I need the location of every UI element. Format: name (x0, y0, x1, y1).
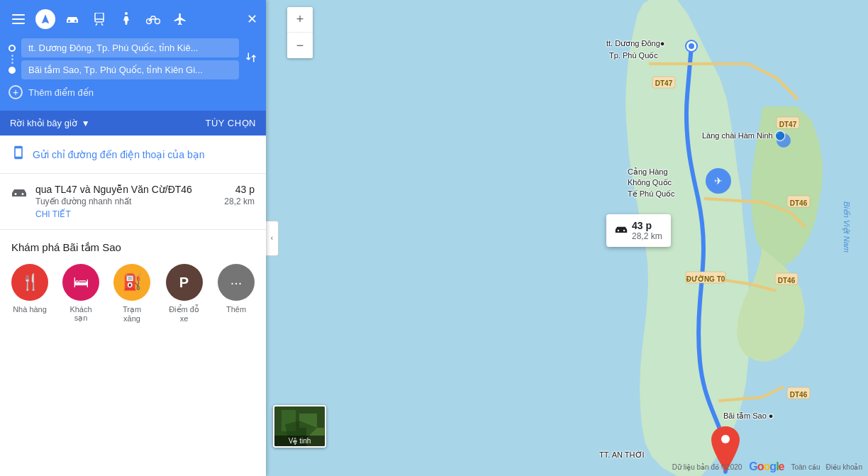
route-inputs: + Thêm điểm đến (0, 38, 266, 111)
satellite-bg: Vệ tinh (274, 406, 325, 446)
parking-label: Điểm đỗ xe (165, 305, 204, 323)
svg-text:Biển Việt Nam: Biển Việt Nam (842, 201, 851, 253)
svg-point-16 (777, 133, 791, 148)
close-button[interactable]: ✕ (247, 11, 257, 27)
route-distance: 28,2 km (224, 197, 255, 206)
origin-dot (9, 45, 16, 52)
route-car-icon (11, 185, 27, 201)
svg-text:✈: ✈ (714, 175, 723, 187)
svg-point-13 (721, 435, 730, 443)
route-divider (11, 55, 13, 64)
map-background: ‹ + − (266, 0, 868, 476)
explore-icons: 🍴 Nhà hàng 🛏 Khách sạn ⛽ Trạm xăng P Điể… (11, 264, 255, 323)
restaurant-icon: 🍴 (11, 264, 48, 301)
map-collapse-button[interactable]: ‹ (266, 221, 279, 256)
popup-distance: 28,2 km (632, 231, 662, 241)
zoom-controls: + − (287, 7, 313, 58)
bike-icon[interactable] (143, 9, 163, 29)
svg-rect-2 (12, 23, 25, 24)
satellite-label: Vệ tinh (274, 436, 325, 446)
options-button[interactable]: TÙY CHỌN (205, 118, 256, 128)
map-svg: ✈ DT47 DT47 DT46 DT46 DT46 ĐƯỜNG T0 Biển… (266, 0, 868, 476)
svg-text:DT47: DT47 (655, 79, 673, 87)
walk-icon[interactable] (116, 9, 136, 29)
flight-icon[interactable] (170, 9, 190, 29)
explore-parking[interactable]: P Điểm đỗ xe (165, 264, 204, 323)
map-attribution: Dữ liệu bản đồ ©2020 (672, 463, 742, 471)
popup-time: 43 p (632, 220, 662, 231)
gas-icon: ⛽ (113, 264, 150, 301)
svg-rect-3 (95, 13, 104, 22)
route-info: qua TL47 và Nguyễn Văn Cừ/ĐT46 Tuyến đườ… (35, 184, 216, 219)
explore-more[interactable]: ··· Thêm (218, 264, 255, 314)
zoom-in-button[interactable]: + (287, 7, 313, 33)
map-bottom-bar: Dữ liệu bản đồ ©2020 Google Toàn cầu Điề… (266, 458, 868, 476)
left-panel: ✕ + T (0, 0, 266, 476)
svg-line-5 (101, 23, 103, 26)
route-option: qua TL47 và Nguyễn Văn Cừ/ĐT46 Tuyến đườ… (0, 174, 266, 230)
send-directions[interactable]: Gửi chỉ đường đến điện thoại của bạn (0, 135, 266, 174)
footer-link-terms[interactable]: Điều khoản (826, 463, 862, 471)
svg-rect-0 (12, 14, 25, 16)
destination-input[interactable] (21, 60, 239, 79)
svg-point-7 (125, 12, 128, 15)
swap-button[interactable] (245, 51, 257, 67)
popup-car-icon (615, 224, 628, 237)
svg-line-4 (96, 23, 97, 26)
depart-label: Rời khỏi bây giờ (10, 118, 77, 128)
explore-section: Khám phá Bãi tắm Sao 🍴 Nhà hàng 🛏 Khách … (0, 230, 266, 328)
more-label: Thêm (226, 305, 246, 314)
google-logo: Google (749, 460, 784, 473)
hotel-icon: 🛏 (62, 264, 99, 301)
origin-input[interactable] (21, 38, 239, 57)
zoom-out-button[interactable]: − (287, 33, 313, 58)
add-stop-label: Thêm điểm đến (28, 87, 94, 98)
menu-icon[interactable] (9, 9, 28, 29)
map-area[interactable]: ‹ + − (266, 0, 868, 476)
footer-link-global[interactable]: Toàn cầu (791, 463, 820, 471)
depart-bar[interactable]: Rời khỏi bây giờ ▼ TÙY CHỌN (0, 111, 266, 135)
route-time-info: 43 p 28,2 km (224, 184, 255, 206)
destination-dot (9, 67, 16, 74)
route-popup: 43 p 28,2 km (606, 214, 671, 247)
add-stop-icon[interactable]: + (9, 85, 23, 99)
add-stop-row[interactable]: + Thêm điểm đến (9, 82, 257, 102)
route-detail-link[interactable]: CHI TIẾT (35, 209, 216, 219)
svg-text:DT46: DT46 (790, 199, 808, 207)
route-title: qua TL47 và Nguyễn Văn Cừ/ĐT46 (35, 184, 216, 195)
navigation-icon[interactable] (35, 9, 55, 29)
nav-bar: ✕ (0, 0, 266, 38)
popup-info: 43 p 28,2 km (632, 220, 662, 241)
transit-icon[interactable] (89, 9, 109, 29)
send-icon (11, 145, 26, 163)
svg-point-12 (689, 43, 694, 49)
hotel-label: Khách sạn (62, 305, 99, 323)
svg-text:DT46: DT46 (778, 277, 796, 284)
route-subtitle: Tuyến đường nhanh nhất (35, 197, 216, 206)
explore-gas[interactable]: ⛽ Trạm xăng (113, 264, 150, 323)
car-icon[interactable] (62, 9, 82, 29)
explore-restaurant[interactable]: 🍴 Nhà hàng (11, 264, 48, 314)
route-duration: 43 p (224, 184, 255, 195)
explore-hotel[interactable]: 🛏 Khách sạn (62, 264, 99, 323)
depart-chevron-icon: ▼ (82, 118, 90, 128)
explore-title: Khám phá Bãi tắm Sao (11, 241, 255, 254)
svg-rect-1 (12, 18, 25, 20)
more-icon: ··· (218, 264, 255, 301)
parking-icon: P (166, 264, 203, 301)
map-footer-links: Toàn cầu Điều khoản (791, 463, 863, 471)
restaurant-label: Nhà hàng (13, 305, 47, 314)
svg-text:DT46: DT46 (790, 391, 808, 399)
gas-label: Trạm xăng (113, 305, 150, 323)
satellite-thumbnail[interactable]: Vệ tinh (273, 405, 326, 448)
send-label: Gửi chỉ đường đến điện thoại của bạn (33, 149, 205, 160)
svg-text:DT47: DT47 (779, 121, 797, 128)
svg-text:ĐƯỜNG T0: ĐƯỜNG T0 (686, 275, 725, 283)
